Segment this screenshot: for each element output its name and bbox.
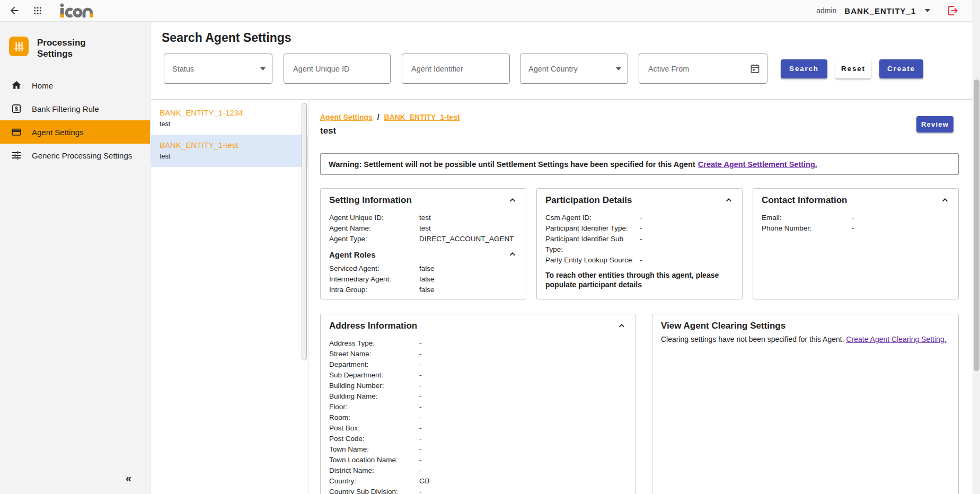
page-scrollbar-thumb[interactable]	[974, 80, 979, 371]
field-value: -	[640, 213, 734, 223]
card-title: Participation Details	[545, 195, 632, 206]
field-label: Intermediary Agent:	[329, 274, 419, 285]
sidebar-item-label: Home	[32, 81, 53, 90]
create-settlement-setting-link[interactable]: Create Agent Settlement Setting.	[698, 160, 817, 169]
breadcrumb-agent-settings-link[interactable]: Agent Settings	[320, 113, 373, 121]
agent-roles-title: Agent Roles	[329, 250, 376, 259]
field-value: -	[419, 465, 626, 476]
detail-row: Party Entity Lookup Source: -	[545, 255, 734, 266]
apps-grid-button[interactable]	[33, 6, 42, 15]
field-value: false	[419, 274, 517, 285]
active-from-input[interactable]	[647, 64, 749, 74]
status-select-label: Status	[172, 65, 194, 73]
field-value: -	[419, 455, 626, 465]
page-scrollbar[interactable]	[973, 0, 980, 494]
chevron-up-icon[interactable]	[508, 196, 517, 205]
search-button[interactable]: Search	[781, 59, 827, 78]
field-value: -	[640, 234, 734, 255]
calendar-icon[interactable]	[749, 63, 761, 74]
detail-row: Agent Type: DIRECT_ACCOUNT_AGENT	[329, 234, 517, 244]
card-title: View Agent Clearing Settings	[661, 321, 785, 331]
field-label: Address Type:	[329, 338, 419, 349]
detail-row: Town Location Name:-	[329, 455, 626, 465]
field-value: -	[419, 391, 626, 402]
field-label: Building Name:	[329, 391, 419, 402]
sidebar-item-generic-processing-settings[interactable]: Generic Processing Settings	[0, 144, 150, 167]
detail-row: Intra Group: false	[329, 285, 517, 295]
detail-row: Phone Number: -	[762, 223, 950, 234]
agent-country-select[interactable]: Agent Country	[520, 54, 628, 84]
sidebar-item-home[interactable]: Home	[0, 74, 150, 97]
detail-row: Participant Identifier Sub Type: -	[545, 234, 734, 255]
detail-cards-row-bottom: Address Information Address Type:- Stree…	[320, 314, 959, 494]
field-label: Post Code:	[329, 434, 419, 444]
field-label: Room:	[329, 412, 419, 423]
chevron-up-icon[interactable]	[617, 321, 626, 331]
agent-unique-id-input[interactable]	[292, 64, 384, 74]
back-button[interactable]	[8, 5, 20, 16]
logout-button[interactable]	[946, 4, 959, 17]
breadcrumb: Agent Settings / BANK_ENTITY_1-test	[320, 112, 959, 122]
logout-icon	[946, 4, 959, 17]
agent-list-item-subtitle: test	[160, 152, 299, 161]
field-value: -	[419, 487, 626, 494]
field-value: -	[640, 255, 734, 266]
field-label: Agent Name:	[329, 223, 419, 234]
chevron-up-icon[interactable]	[724, 196, 734, 205]
field-label: Sub Department:	[329, 370, 419, 381]
admin-role-label: admin	[816, 6, 836, 15]
field-label: Town Name:	[329, 444, 419, 455]
agent-list-item-title: BANK_ENTITY_1-1234	[160, 108, 299, 118]
field-value: test	[419, 223, 517, 234]
field-label: Csm Agent ID:	[545, 213, 640, 223]
field-value: false	[419, 263, 517, 274]
agent-unique-id-field[interactable]	[284, 54, 391, 84]
detail-row: Country Sub Division:-	[329, 487, 626, 494]
field-label: Agent Type:	[329, 234, 419, 244]
clearing-settings-text: Clearing settings have not been specifie…	[661, 335, 844, 343]
detail-cards-row-top: Setting Information Agent Unique ID: tes…	[320, 188, 959, 299]
field-value: -	[419, 402, 626, 412]
field-label: Building Number:	[329, 381, 419, 391]
sidebar-menu: Home $ Bank Filtering Rule Agent Setting…	[0, 74, 150, 167]
field-label: Country:	[329, 476, 419, 487]
sidebar-header: Processing Settings	[0, 22, 150, 59]
agent-detail-panel: Agent Settings / BANK_ENTITY_1-test test…	[308, 100, 973, 494]
active-from-date-field[interactable]	[639, 54, 767, 84]
field-label: Town Location Name:	[329, 455, 419, 465]
chevron-down-icon	[260, 67, 266, 70]
field-value: -	[419, 338, 626, 349]
field-label: Department:	[329, 359, 419, 370]
reset-button[interactable]: Reset	[835, 59, 871, 78]
card-title: Setting Information	[329, 195, 412, 206]
breadcrumb-current-link[interactable]: BANK_ENTITY_1-test	[384, 113, 460, 121]
field-label: Post Box:	[329, 423, 419, 434]
agent-list-item[interactable]: BANK_ENTITY_1-1234 test	[151, 102, 308, 135]
field-label: Phone Number:	[762, 223, 852, 234]
create-clearing-setting-link[interactable]: Create Agent Clearing Setting.	[846, 335, 946, 343]
content-panels: BANK_ENTITY_1-1234 test BANK_ENTITY_1-te…	[151, 100, 973, 494]
detail-row: Country:GB	[329, 476, 626, 487]
field-label: Participant Identifier Type:	[545, 223, 640, 234]
detail-row: Town Name:-	[329, 444, 626, 455]
chevron-up-icon[interactable]	[508, 250, 517, 259]
create-button[interactable]: Create	[879, 59, 923, 78]
chevron-down-icon	[616, 67, 621, 70]
setting-information-card: Setting Information Agent Unique ID: tes…	[320, 188, 526, 299]
detail-row: Building Number:-	[329, 381, 626, 391]
agent-list-item-selected[interactable]: BANK_ENTITY_1-test test	[151, 135, 308, 167]
field-label: Serviced Agent:	[329, 263, 419, 274]
entity-dropdown-caret-icon[interactable]	[925, 9, 930, 12]
sidebar-collapse-button[interactable]: «	[126, 472, 131, 484]
review-button[interactable]: Review	[916, 116, 953, 133]
icon-logo	[59, 3, 96, 18]
detail-row: Address Type:-	[329, 338, 626, 349]
entity-selector[interactable]: BANK_ENTITY_1	[844, 6, 916, 15]
agent-identifier-input[interactable]	[410, 64, 503, 74]
agent-identifier-field[interactable]	[402, 54, 510, 84]
list-scrollbar-thumb[interactable]	[302, 103, 307, 360]
sidebar-item-agent-settings[interactable]: Agent Settings	[0, 120, 150, 144]
chevron-up-icon[interactable]	[940, 196, 950, 205]
sidebar-item-bank-filtering-rule[interactable]: $ Bank Filtering Rule	[0, 97, 150, 120]
status-select[interactable]: Status	[164, 54, 272, 84]
